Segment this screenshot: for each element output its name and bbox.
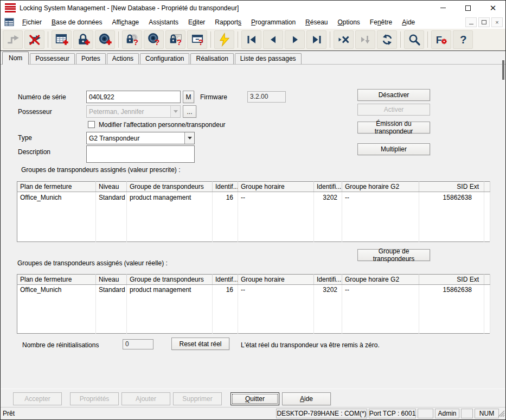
serial-number-input[interactable] xyxy=(86,91,181,103)
quit-button[interactable]: Quitter xyxy=(230,392,279,405)
column-header[interactable]: Groupe horaire xyxy=(238,182,314,192)
mdi-close-button[interactable]: × xyxy=(491,17,503,27)
tab-strip: Nom Possesseur Portes Actions Configurat… xyxy=(1,51,505,65)
actual-groups-caption: Groupes de transpondeurs assignés (valeu… xyxy=(17,259,168,267)
close-button[interactable]: ✕ xyxy=(481,1,505,15)
properties-button[interactable]: Propriétés xyxy=(70,392,119,405)
search-button[interactable] xyxy=(404,30,424,49)
svg-text:?: ? xyxy=(198,37,203,47)
column-header[interactable]: Identifi... xyxy=(314,275,342,285)
transponder-group-button[interactable]: Groupe de transpondeurs xyxy=(357,249,430,261)
menu-programmation[interactable]: Programmation xyxy=(246,16,300,28)
first-record-button[interactable] xyxy=(241,30,261,49)
previous-record-button[interactable] xyxy=(263,30,283,49)
read-lock-data-button[interactable]: ? xyxy=(165,30,185,49)
new-locking-system-button[interactable] xyxy=(52,30,72,49)
last-record-button[interactable] xyxy=(306,30,326,49)
deactivate-button[interactable]: Désactiver xyxy=(357,89,430,101)
actual-groups-table[interactable]: Plan de fermeture Niveau Groupe de trans… xyxy=(17,274,490,334)
menu-base-de-donnees[interactable]: Base de données xyxy=(47,16,107,28)
menu-editer[interactable]: Editer xyxy=(183,16,210,28)
tab-possesseur[interactable]: Possesseur xyxy=(30,53,75,64)
table-row[interactable]: Office_Munich Standard product managemen… xyxy=(17,285,490,295)
column-header[interactable]: Niveau xyxy=(96,275,127,285)
apply-record-button[interactable] xyxy=(355,30,375,49)
column-header[interactable]: Groupe horaire xyxy=(238,275,314,285)
menu-fichier[interactable]: Fichier xyxy=(17,16,47,28)
menu-options[interactable]: Options xyxy=(332,16,364,28)
column-header[interactable]: Plan de fermeture xyxy=(17,182,96,192)
column-header[interactable]: Identif... xyxy=(213,275,238,285)
menu-aide[interactable]: Aide xyxy=(397,16,420,28)
cancel-record-button[interactable] xyxy=(334,30,354,49)
read-transponder-button[interactable]: ? xyxy=(144,30,164,49)
vertical-scrollbar-thumb[interactable] xyxy=(502,60,504,80)
maximize-button[interactable] xyxy=(456,1,481,15)
remove-button[interactable]: Supprimer xyxy=(173,392,222,405)
menu-affichage[interactable]: Affichage xyxy=(107,16,144,28)
column-header[interactable]: Identifi... xyxy=(314,182,342,192)
app-logo-icon xyxy=(5,3,16,12)
disconnect-button[interactable] xyxy=(24,30,44,49)
table-row[interactable]: Office_Munich Standard product managemen… xyxy=(17,192,490,203)
table-header-row[interactable]: Plan de fermeture Niveau Groupe de trans… xyxy=(17,275,490,285)
mdi-minimize-button[interactable] xyxy=(465,17,477,27)
menu-fenetre[interactable]: Fenêtre xyxy=(365,16,397,28)
column-header[interactable]: Groupe horaire G2 xyxy=(342,182,419,192)
accept-button[interactable]: Accepter xyxy=(13,392,62,405)
window-title: Locking System Management - [New Databas… xyxy=(20,4,239,12)
read-network-button[interactable]: ? xyxy=(187,30,207,49)
minimize-button[interactable] xyxy=(431,1,456,15)
disconnect-icon xyxy=(28,33,42,47)
new-lock-button[interactable] xyxy=(73,30,93,49)
table-header-row[interactable]: Plan de fermeture Niveau Groupe de trans… xyxy=(17,182,490,192)
menu-assistants[interactable]: Assistants xyxy=(144,16,183,28)
svg-text:?: ? xyxy=(133,37,138,47)
program-button[interactable] xyxy=(214,30,234,49)
tab-portes[interactable]: Portes xyxy=(76,53,106,64)
owner-dropdown-button[interactable] xyxy=(170,106,180,117)
refresh-button[interactable] xyxy=(377,30,397,49)
prescribed-groups-table[interactable]: Plan de fermeture Niveau Groupe de trans… xyxy=(17,181,490,242)
activate-button[interactable]: Activer xyxy=(357,104,430,116)
column-header[interactable]: Niveau xyxy=(96,182,127,192)
description-input[interactable] xyxy=(86,145,195,163)
type-combobox[interactable]: G2 Transpondeur xyxy=(86,132,195,144)
type-dropdown-button[interactable] xyxy=(184,132,194,144)
multiply-button[interactable]: Multiplier xyxy=(357,143,430,155)
column-header[interactable]: Identif... xyxy=(213,182,238,192)
menu-rapports[interactable]: Rapports xyxy=(210,16,246,28)
refresh-icon xyxy=(381,33,394,46)
column-header[interactable]: Groupe de transpondeurs xyxy=(127,182,213,192)
issue-transponder-button[interactable]: Émission du transpondeur xyxy=(357,122,430,133)
svg-text:?: ? xyxy=(460,33,467,46)
modify-assignment-checkbox[interactable] xyxy=(88,121,95,128)
tab-nom[interactable]: Nom xyxy=(2,52,29,65)
column-header[interactable]: SID Ext xyxy=(419,275,484,285)
new-transponder-button[interactable] xyxy=(95,30,115,49)
column-header[interactable]: Groupe horaire G2 xyxy=(342,275,419,285)
next-record-button[interactable] xyxy=(285,30,305,49)
column-header[interactable]: SID Ext xyxy=(419,182,484,192)
help-footer-button[interactable]: Aide xyxy=(282,392,331,405)
mdi-restore-button[interactable] xyxy=(478,17,490,27)
tab-actions[interactable]: Actions xyxy=(107,53,139,64)
tab-realisation[interactable]: Réalisation xyxy=(190,53,233,64)
add-button[interactable]: Ajouter xyxy=(121,392,170,405)
status-connection: DESKTOP-789HANE : COM(*) xyxy=(276,409,367,418)
reset-actual-state-button[interactable]: Reset état réel xyxy=(171,338,229,350)
column-header[interactable]: Groupe de transpondeurs xyxy=(127,275,213,285)
help-button[interactable]: ? xyxy=(453,30,473,49)
resize-grip[interactable] xyxy=(497,410,505,419)
connect-button[interactable] xyxy=(3,30,23,49)
menu-reseau[interactable]: Réseau xyxy=(300,16,332,28)
tab-liste-des-passages[interactable]: Liste des passages xyxy=(235,53,302,64)
tab-configuration[interactable]: Configuration xyxy=(140,53,189,64)
owner-combobox[interactable]: Peterman, Jennifer xyxy=(86,105,181,118)
m-button[interactable]: M xyxy=(183,91,194,103)
column-header[interactable]: Plan de fermeture xyxy=(17,275,96,285)
firmware-value: 3.2.00 xyxy=(247,91,286,103)
filter-settings-button[interactable]: F xyxy=(431,30,451,49)
owner-browse-button[interactable]: ... xyxy=(183,105,196,118)
read-lock-button[interactable]: ? xyxy=(122,30,142,49)
